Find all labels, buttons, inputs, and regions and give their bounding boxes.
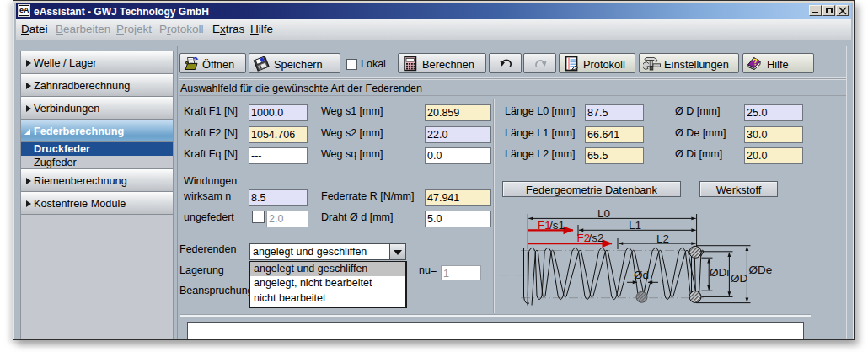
svg-text:ØDe: ØDe [749, 264, 773, 276]
svg-text:L0: L0 [597, 207, 610, 220]
svg-text:ØDi: ØDi [710, 266, 729, 279]
svg-text:L2: L2 [656, 232, 669, 245]
svg-text:Ød: Ød [634, 269, 649, 281]
svg-text:ØD: ØD [731, 272, 748, 285]
svg-text:?: ? [752, 56, 759, 67]
svg-text:L1: L1 [629, 219, 641, 232]
svg-text:/s2: /s2 [589, 232, 604, 244]
svg-text:/s1: /s1 [549, 219, 565, 232]
